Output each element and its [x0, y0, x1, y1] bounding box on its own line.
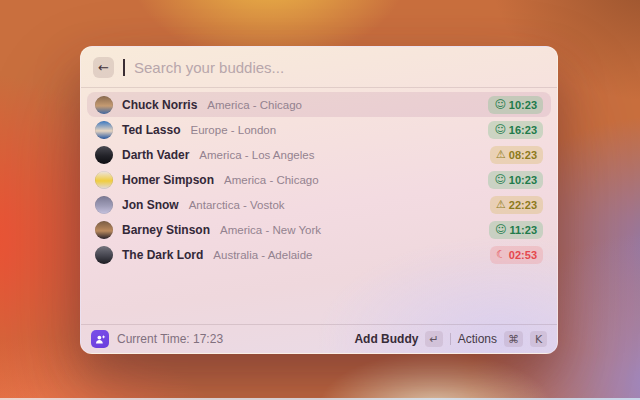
buddy-time: 10:23	[509, 174, 537, 186]
buddy-avatar	[95, 96, 113, 114]
back-arrow-icon: ←	[98, 61, 109, 74]
buddy-row[interactable]: Ted Lasso Europe - London ☺ 16:23	[87, 117, 551, 142]
buddy-name: Darth Vader	[122, 148, 189, 162]
buddy-list: Chuck Norris America - Chicago ☺ 10:23 T…	[81, 88, 557, 324]
buddy-time: 08:23	[509, 149, 537, 161]
text-caret	[123, 59, 125, 76]
footer-separator	[450, 333, 451, 345]
footer-actions: Add Buddy ↵ Actions ⌘ K	[354, 331, 547, 347]
buddy-time-badge: ☺ 10:23	[488, 96, 543, 114]
status-icon: ⚠	[496, 199, 506, 210]
k-keycap[interactable]: K	[530, 331, 547, 347]
buddy-name: Jon Snow	[122, 198, 179, 212]
status-icon: ☺	[494, 174, 505, 185]
buddy-time: 10:23	[509, 99, 537, 111]
buddy-time-badge: ☾ 02:53	[490, 246, 543, 264]
buddy-location: America - Los Angeles	[199, 149, 314, 161]
footer: Current Time: 17:23 Add Buddy ↵ Actions …	[81, 324, 557, 353]
buddy-time-badge: ☺ 10:23	[488, 171, 543, 189]
buddy-avatar	[95, 221, 113, 239]
cmd-keycap[interactable]: ⌘	[504, 331, 523, 347]
buddy-name: Homer Simpson	[122, 173, 214, 187]
buddy-location: Australia - Adelaide	[213, 249, 312, 261]
buddy-location: Antarctica - Vostok	[189, 199, 285, 211]
status-icon: ☾	[496, 249, 506, 260]
buddy-time-badge: ⚠ 22:23	[490, 196, 543, 214]
buddy-name: Barney Stinson	[122, 223, 210, 237]
buddy-row[interactable]: Barney Stinson America - New York ☺ 11:2…	[87, 217, 551, 242]
buddy-time: 02:53	[509, 249, 537, 261]
buddy-avatar	[95, 171, 113, 189]
buddy-row[interactable]: Chuck Norris America - Chicago ☺ 10:23	[87, 92, 551, 117]
return-keycap[interactable]: ↵	[425, 331, 442, 347]
buddy-name: Chuck Norris	[122, 98, 197, 112]
search-bar: ←	[81, 47, 557, 87]
buddy-avatar	[95, 196, 113, 214]
current-time-label: Current Time: 17:23	[117, 332, 223, 346]
buddy-time-badge: ☺ 16:23	[488, 121, 543, 139]
buddy-row[interactable]: Jon Snow Antarctica - Vostok ⚠ 22:23	[87, 192, 551, 217]
buddy-avatar	[95, 146, 113, 164]
status-icon: ☺	[494, 124, 505, 135]
buddy-location: Europe - London	[190, 124, 276, 136]
search-input[interactable]	[134, 59, 545, 76]
buddy-name: The Dark Lord	[122, 248, 203, 262]
buddy-time-badge: ☺ 11:23	[489, 221, 543, 239]
actions-button[interactable]: Actions	[458, 332, 497, 346]
buddy-location: America - New York	[220, 224, 321, 236]
buddy-time: 11:23	[509, 224, 537, 236]
buddy-avatar	[95, 246, 113, 264]
status-icon: ☺	[495, 224, 506, 235]
buddy-location: America - Chicago	[224, 174, 319, 186]
back-button[interactable]: ←	[93, 57, 114, 78]
buddy-time: 22:23	[509, 199, 537, 211]
buddy-avatar	[95, 121, 113, 139]
add-buddy-button[interactable]: Add Buddy	[354, 332, 418, 346]
status-icon: ☺	[494, 99, 505, 110]
buddy-row[interactable]: Homer Simpson America - Chicago ☺ 10:23	[87, 167, 551, 192]
buddy-row[interactable]: Darth Vader America - Los Angeles ⚠ 08:2…	[87, 142, 551, 167]
buddy-name: Ted Lasso	[122, 123, 180, 137]
buddies-window: ← Chuck Norris America - Chicago ☺ 10:23…	[80, 46, 558, 354]
buddy-row[interactable]: The Dark Lord Australia - Adelaide ☾ 02:…	[87, 242, 551, 267]
app-logo-icon	[91, 330, 109, 348]
status-icon: ⚠	[496, 149, 506, 160]
buddy-location: America - Chicago	[207, 99, 302, 111]
buddy-time-badge: ⚠ 08:23	[490, 146, 543, 164]
buddy-person-icon	[94, 333, 107, 346]
buddy-time: 16:23	[509, 124, 537, 136]
